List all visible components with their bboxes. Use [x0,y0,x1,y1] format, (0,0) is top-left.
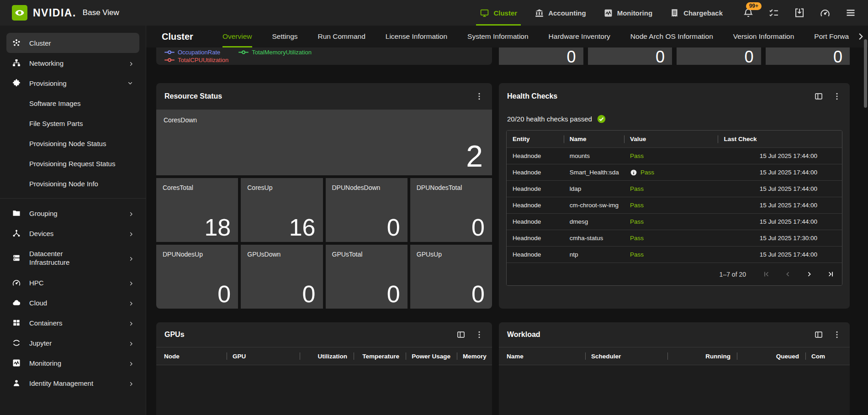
monitor-icon [480,8,489,18]
sidebar-item[interactable]: Monitoring [6,353,139,373]
column-header: Running [667,347,737,365]
tab[interactable]: Version Information [733,26,794,47]
network-icon [12,58,21,68]
brand-product: Base View [83,8,119,17]
last-page-icon[interactable] [827,270,835,278]
topbar-icon-button[interactable] [845,7,856,18]
tab[interactable]: Hardware Inventory [549,26,610,47]
resource-tile: DPUNodesDown 0 [326,178,408,242]
column-header: Value [624,131,718,147]
brand-wordmark: NVIDIA. [33,7,76,19]
topnav-item[interactable]: Chargeback [670,0,723,26]
resource-tile: GPUsDown 0 [241,245,323,309]
sidebar-item-label: Provisioning Node Info [29,180,98,188]
health-table-body: Headnode mounts Pass 15 Jul 2025 17:44:0… [507,147,842,263]
kebab-menu-icon[interactable] [832,330,842,339]
entity-cell: Headnode [507,197,564,213]
metric-tile-value: 0 [744,49,753,65]
kebab-menu-icon[interactable] [475,330,484,339]
sidebar-item[interactable]: File System Parts [6,113,139,133]
card-title: Health Checks [507,92,557,100]
sidebar-item[interactable]: Provisioning Node Info [6,173,139,194]
sidebar-item[interactable]: Networking [6,53,139,73]
topnav-item[interactable]: Monitoring [603,0,652,26]
column-header: Utilization [300,347,354,365]
sidebar-item[interactable]: HPC [6,273,139,293]
main-header: Cluster Overview Settings Run Command Li… [146,26,868,47]
sidebar-item[interactable]: Grouping [6,203,139,223]
sidebar-item[interactable]: Identity Management [6,373,139,393]
columns-layout-icon[interactable] [814,330,823,339]
entity-cell: Headnode [507,214,564,230]
sidebar-item[interactable]: Provisioning Node Status [6,133,139,153]
tab[interactable]: Node Arch OS Information [630,26,713,47]
chevron-right-icon [128,300,134,305]
topbar-icon-button[interactable]: 99+ [743,7,754,18]
workload-table-header: Name Scheduler Running Queued Com [499,347,850,365]
tile-label: GPUsTotal [332,251,363,258]
rack-icon [12,253,21,263]
tab[interactable]: Overview [222,26,252,47]
tab[interactable]: License Information [386,26,447,47]
sidebar-item-label: Jupyter [29,339,52,347]
metric-tile-value: 0 [833,49,842,65]
table-row: Headnode Smart_Health:sda Pass 15 Jul 20… [507,164,842,180]
sidebar-item[interactable]: Cluster [6,33,139,53]
topbar-icon-button[interactable] [820,7,831,18]
sidebar-item[interactable]: Cloud [6,293,139,313]
kebab-menu-icon[interactable] [475,92,484,101]
empty-cell [822,247,842,263]
sidebar-item[interactable]: Datacenter Infrastructure [6,243,139,273]
topnav-item[interactable]: Cluster [480,0,517,26]
sidebar-item[interactable]: Provisioning [6,73,139,93]
legend-row-2: TotalCPUUtilization [164,56,484,64]
columns-layout-icon[interactable] [456,330,466,339]
info-icon[interactable] [630,169,637,176]
kebab-menu-icon[interactable] [832,92,842,101]
health-checks-card: Health Checks 20/20 health checks passed… [499,83,850,309]
first-page-icon[interactable] [762,270,770,278]
pass-label: Pass [630,152,644,159]
chevron-right-icon [128,280,134,285]
previous-page-icon[interactable] [784,270,792,278]
sidebar-item[interactable]: Containers [6,313,139,333]
legend-item[interactable]: TotalMemoryUtilization [238,49,312,56]
entity-cell: Headnode [507,148,564,164]
tab[interactable]: Run Command [318,26,365,47]
brand: NVIDIA. Base View [12,5,119,21]
sidebar-item[interactable]: Software Images [6,93,139,113]
vertical-scrollbar-thumb[interactable] [864,39,867,108]
sidebar-item[interactable]: Devices [6,223,139,243]
value-cell: Pass [624,247,718,263]
sidebar-item[interactable]: Provisioning Request Status [6,153,139,173]
columns-layout-icon[interactable] [814,92,823,101]
tile-label: CoresDown [164,116,197,124]
tab[interactable]: Settings [272,26,298,47]
tab-label: System Information [467,32,529,41]
tab[interactable]: System Information [467,26,529,47]
gpus-table-header: Node GPU Utilization Temperature Power U… [156,347,492,365]
column-header: Temperature [354,347,406,365]
next-page-icon[interactable] [805,270,813,278]
resource-tile: GPUsTotal 0 [326,245,408,309]
card-title: Workload [507,331,540,339]
tile-value: 0 [387,280,400,308]
table-row: Headnode ldap Pass 15 Jul 2025 17:44:00 [507,180,842,197]
topbar-icon-button[interactable] [794,7,805,18]
topnav-item[interactable]: Accounting [535,0,586,26]
chart-legend-card: OccupationRate TotalMemoryUtilization To… [156,47,492,65]
sidebar-item[interactable]: Jupyter [6,333,139,353]
top-navigation: Cluster Accounting Monitoring Chargeback [480,0,723,26]
topnav-item-label: Accounting [548,9,586,17]
chevron-right-icon [128,360,134,366]
entity-cell: Headnode [507,181,564,197]
tab[interactable]: Port Forwa [814,26,849,47]
health-table-header: Entity Name Value Last Check [507,131,842,147]
legend-item[interactable]: TotalCPUUtilization [164,57,228,63]
legend-item[interactable]: OccupationRate [164,49,220,56]
metric-tile: 0 [766,47,850,65]
topbar-icon-button[interactable] [768,7,779,18]
chevron-right-icon [128,380,134,386]
check-circle-icon [597,114,606,124]
tab-label: Node Arch OS Information [630,32,713,41]
